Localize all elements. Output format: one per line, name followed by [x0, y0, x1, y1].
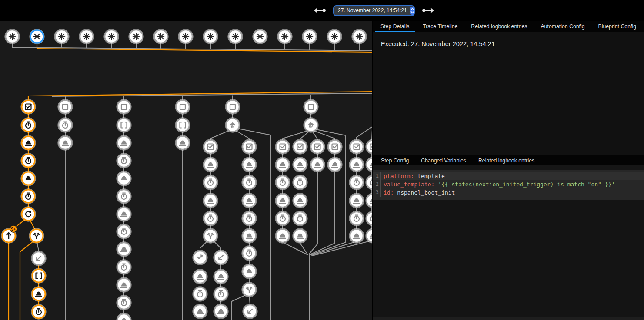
graph-node-checkbox[interactable]: [203, 139, 218, 154]
graph-node-choose[interactable]: [225, 118, 240, 132]
graph-node-choose[interactable]: [304, 118, 318, 132]
step-config-code[interactable]: 1platform: template2value_template: '{{ …: [373, 170, 644, 200]
graph-node-asterisk[interactable]: [104, 29, 119, 44]
graph-node-service[interactable]: [275, 193, 290, 208]
graph-node-service[interactable]: [214, 269, 228, 284]
graph-node-timer[interactable]: [203, 211, 218, 226]
graph-node-timer[interactable]: [242, 246, 257, 261]
graph-node-timer[interactable]: [117, 224, 131, 239]
graph-node-checkbox[interactable]: [366, 139, 372, 154]
graph-node-timer[interactable]: [193, 287, 207, 301]
graph-node-service[interactable]: [242, 264, 257, 279]
graph-node-checkbox[interactable]: [242, 139, 257, 154]
graph-node-service[interactable]: [117, 313, 131, 320]
graph-node-timer[interactable]: [31, 304, 46, 319]
graph-node-service[interactable]: [203, 193, 218, 208]
graph-node-service[interactable]: [21, 171, 36, 186]
graph-node-service[interactable]: [214, 304, 228, 319]
graph-node-service[interactable]: [349, 228, 364, 243]
graph-node-service[interactable]: [293, 228, 307, 243]
graph-node-timer[interactable]: [203, 175, 218, 190]
graph-node-asterisk[interactable]: [327, 29, 342, 44]
previous-run-icon[interactable]: [312, 7, 327, 14]
graph-node-square[interactable]: [225, 99, 240, 114]
graph-node-asterisk[interactable]: [30, 29, 44, 44]
graph-node-asterisk[interactable]: [54, 29, 69, 44]
subtab-step-config[interactable]: Step Config: [375, 155, 415, 165]
subtab-changed-variables[interactable]: Changed Variables: [415, 155, 472, 165]
graph-node-service[interactable]: [175, 135, 190, 150]
graph-node-timer[interactable]: [21, 189, 36, 204]
graph-node-asterisk[interactable]: [129, 29, 143, 44]
graph-node-square[interactable]: [58, 99, 73, 114]
graph-node-timer[interactable]: [117, 189, 131, 204]
trace-graph[interactable]: 9+: [0, 21, 372, 320]
graph-node-split[interactable]: [203, 228, 218, 243]
graph-node-brackets[interactable]: [117, 118, 131, 132]
graph-node-asterisk[interactable]: [228, 29, 243, 44]
graph-node-checkbox[interactable]: [327, 139, 342, 154]
graph-node-arrow-bl[interactable]: [214, 250, 228, 265]
graph-node-asterisk[interactable]: [178, 29, 193, 44]
graph-node-asterisk[interactable]: [153, 29, 168, 44]
tab-trace-timeline[interactable]: Trace Timeline: [417, 21, 463, 32]
graph-node-split[interactable]: [29, 228, 44, 243]
graph-node-service[interactable]: [117, 171, 131, 186]
graph-node-square[interactable]: [117, 99, 131, 114]
graph-node-timer[interactable]: [366, 175, 372, 190]
graph-node-timer[interactable]: [275, 211, 290, 226]
graph-node-asterisk[interactable]: [5, 29, 20, 44]
graph-node-split[interactable]: [242, 282, 257, 297]
graph-node-asterisk[interactable]: [203, 29, 218, 44]
graph-node-service[interactable]: [58, 135, 73, 150]
graph-node-timer[interactable]: [21, 118, 36, 132]
graph-node-asterisk[interactable]: [302, 29, 317, 44]
tab-related-logbook-entries[interactable]: Related logbook entries: [465, 21, 533, 32]
graph-node-service[interactable]: [275, 157, 290, 172]
graph-node-service[interactable]: [117, 242, 131, 257]
graph-node-checkbox[interactable]: [349, 139, 364, 154]
graph-node-timer[interactable]: [349, 175, 364, 190]
graph-node-service[interactable]: [293, 157, 307, 172]
graph-node-timer[interactable]: [21, 153, 36, 168]
graph-node-asterisk[interactable]: [277, 29, 292, 44]
graph-node-arrow-bl[interactable]: [31, 251, 46, 266]
graph-node-timer[interactable]: [117, 295, 131, 310]
tab-step-details[interactable]: Step Details: [375, 21, 415, 32]
graph-node-timer[interactable]: [275, 175, 290, 190]
graph-node-timer[interactable]: [293, 211, 307, 226]
tab-blueprint-config[interactable]: Blueprint Config: [593, 21, 642, 32]
graph-node-timer[interactable]: [293, 175, 307, 190]
next-run-icon[interactable]: [421, 7, 436, 14]
graph-node-timer[interactable]: [242, 211, 257, 226]
tab-automation-config[interactable]: Automation Config: [535, 21, 590, 32]
graph-node-timer[interactable]: [349, 211, 364, 226]
graph-node-asterisk[interactable]: [352, 29, 367, 44]
graph-node-timer[interactable]: [117, 153, 131, 168]
graph-node-timer[interactable]: [214, 287, 228, 301]
graph-node-service[interactable]: [242, 193, 257, 208]
graph-node-service[interactable]: [293, 193, 307, 208]
graph-node-service[interactable]: [117, 207, 131, 221]
graph-node-service[interactable]: [366, 157, 372, 172]
graph-node-timer[interactable]: [242, 175, 257, 190]
graph-node-service[interactable]: [193, 304, 207, 319]
graph-node-service[interactable]: [242, 228, 257, 243]
graph-node-asterisk[interactable]: [79, 29, 94, 44]
graph-node-service[interactable]: [349, 193, 364, 208]
graph-node-checkbox[interactable]: [310, 139, 325, 154]
graph-node-service[interactable]: [21, 135, 36, 150]
graph-node-service[interactable]: [242, 157, 257, 172]
run-select[interactable]: 27. November 2022, 14:54:21: [333, 5, 415, 16]
graph-node-service[interactable]: [366, 193, 372, 208]
graph-node-checkbox[interactable]: [275, 139, 290, 154]
graph-node-service[interactable]: [366, 228, 372, 243]
graph-node-arrow-bl[interactable]: [243, 304, 257, 319]
graph-node-service[interactable]: [327, 157, 342, 172]
graph-node-timer[interactable]: [366, 211, 372, 226]
graph-node-asterisk[interactable]: [253, 29, 267, 44]
graph-node-service[interactable]: [31, 287, 46, 301]
graph-node-service[interactable]: [193, 269, 207, 284]
graph-node-brackets[interactable]: [31, 268, 46, 283]
graph-node-service[interactable]: [275, 228, 290, 243]
